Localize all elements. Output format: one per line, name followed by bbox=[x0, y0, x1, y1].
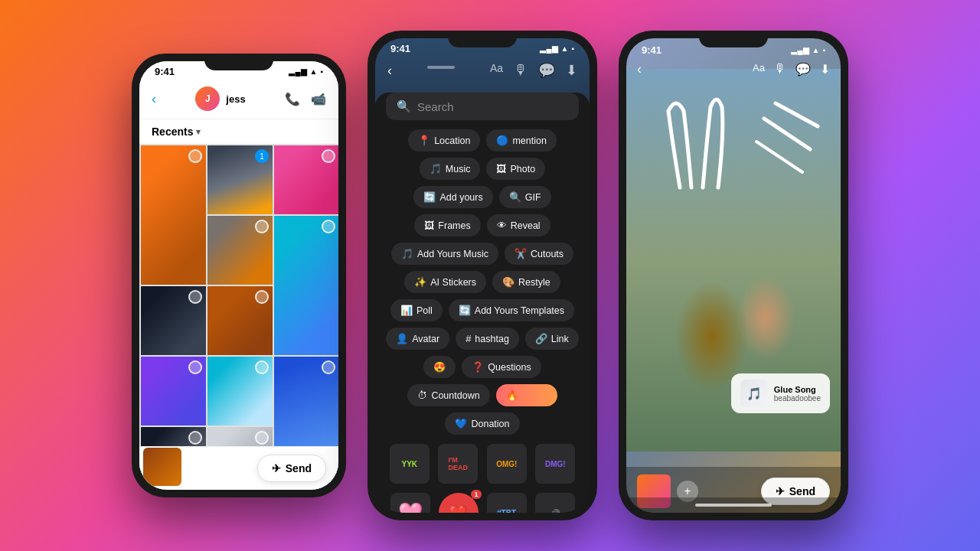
download-icon-3[interactable]: ⬇ bbox=[820, 62, 830, 77]
chip-avatar[interactable]: 👤 Avatar bbox=[386, 328, 449, 350]
chip-hashtag[interactable]: # hashtag bbox=[456, 328, 519, 350]
emoji-icon: 😍 bbox=[433, 361, 446, 373]
send-label-3: Send bbox=[789, 485, 815, 497]
effects-icon[interactable]: 💬 bbox=[538, 62, 555, 79]
send-button[interactable]: ✈ Send bbox=[257, 455, 326, 482]
chip-label: Countdown bbox=[431, 390, 479, 401]
gif-icon: 🔍 bbox=[509, 191, 521, 203]
wifi-icon-3: ▲ bbox=[812, 46, 820, 54]
chip-music[interactable]: 🎵 Music bbox=[420, 158, 481, 180]
chip-label: AI Stickers bbox=[430, 277, 476, 288]
hashtag-icon: # bbox=[466, 333, 471, 344]
select-checkbox[interactable] bbox=[322, 149, 335, 163]
phone-1: 9:41 ▂▄▆ ▲ ▪ ‹ J jess 📞 📹 Rece bbox=[132, 54, 346, 497]
select-checkbox[interactable] bbox=[188, 290, 202, 304]
chip-label: hashtag bbox=[475, 334, 508, 344]
song-info: Glue Song beabadoobee bbox=[774, 385, 821, 403]
story-edit-tools: Aa 🎙 💬 ⬇ bbox=[753, 62, 830, 77]
chip-addyours-templates[interactable]: 🔄 Add Yours Templates bbox=[449, 299, 574, 321]
sticker-omg[interactable]: OMG! bbox=[487, 444, 527, 484]
chip-emoji[interactable]: 😍 bbox=[423, 356, 456, 378]
effects-icon-3[interactable]: 💬 bbox=[795, 62, 811, 77]
select-checkbox[interactable] bbox=[188, 149, 202, 163]
back-icon-2[interactable]: ‹ bbox=[387, 63, 392, 79]
recents-bar[interactable]: Recents ▾ bbox=[139, 119, 338, 144]
chip-label: Frames bbox=[438, 220, 470, 231]
select-checkbox[interactable] bbox=[255, 360, 269, 374]
chip-label: Poll bbox=[416, 305, 433, 316]
gallery-item[interactable]: 1 bbox=[207, 145, 273, 214]
sticker-yyk[interactable]: YYK bbox=[390, 444, 430, 484]
chip-location[interactable]: 📍 Location bbox=[408, 129, 480, 152]
chip-label: Cutouts bbox=[531, 249, 564, 259]
chip-donation[interactable]: 💙 Donation bbox=[445, 412, 519, 435]
call-icons: 📞 📹 bbox=[285, 92, 326, 106]
text-tool-icon[interactable]: Aa bbox=[490, 62, 503, 79]
audio-icon-3[interactable]: 🎙 bbox=[774, 62, 786, 77]
drag-handle bbox=[427, 66, 455, 69]
gallery-item[interactable] bbox=[207, 216, 273, 285]
chip-addyours[interactable]: 🔄 Add yours bbox=[413, 186, 492, 208]
back-icon-3[interactable]: ‹ bbox=[637, 61, 642, 77]
phone-call-icon[interactable]: 📞 bbox=[285, 92, 300, 106]
chip-gif[interactable]: 🔍 GIF bbox=[499, 186, 551, 208]
select-checkbox[interactable] bbox=[322, 220, 335, 233]
chip-fire-slider[interactable]: 🔥 bbox=[496, 384, 557, 406]
user-info: J jess bbox=[195, 86, 245, 111]
text-tool-icon-3[interactable]: Aa bbox=[753, 62, 765, 77]
donation-icon: 💙 bbox=[455, 418, 467, 429]
status-icons-1: ▂▄▆ ▲ ▪ bbox=[289, 67, 323, 76]
select-checkbox[interactable] bbox=[255, 290, 269, 304]
gallery-item[interactable] bbox=[274, 145, 338, 214]
download-icon[interactable]: ⬇ bbox=[566, 62, 577, 79]
select-checkbox[interactable] bbox=[255, 431, 269, 445]
recents-chevron-icon[interactable]: ▾ bbox=[196, 127, 201, 137]
gallery-item[interactable] bbox=[274, 216, 338, 355]
gallery-item[interactable] bbox=[141, 286, 206, 355]
chip-photo[interactable]: 🖼 Photo bbox=[486, 158, 545, 180]
sticker-dmg[interactable]: DMG! bbox=[535, 444, 575, 484]
sticker-panel: 🔍 Search 📍 Location 🔵 mention 🎵 Music bbox=[375, 93, 590, 513]
audio-icon[interactable]: 🎙 bbox=[514, 62, 528, 79]
select-checkbox[interactable]: 1 bbox=[255, 149, 269, 163]
chip-reveal[interactable]: 👁 Reveal bbox=[487, 214, 550, 236]
plus-icon: + bbox=[684, 484, 691, 498]
chip-restyle[interactable]: 🎨 Restyle bbox=[492, 271, 560, 293]
select-checkbox[interactable] bbox=[188, 360, 202, 374]
sticker-soundon[interactable]: 🔊 bbox=[535, 493, 575, 513]
gallery-item[interactable] bbox=[141, 145, 206, 285]
chip-ai-stickers[interactable]: ✨ AI Stickers bbox=[404, 271, 486, 293]
drawing-overlay bbox=[626, 80, 841, 203]
chip-questions[interactable]: ❓ Questions bbox=[462, 356, 541, 378]
frames-icon: 🖼 bbox=[424, 220, 434, 231]
battery-icon: ▪ bbox=[320, 67, 323, 76]
gallery-item[interactable] bbox=[141, 357, 206, 425]
song-card[interactable]: 🎵 Glue Song beabadoobee bbox=[731, 373, 830, 413]
sticker-heart[interactable]: 🩷 bbox=[390, 493, 430, 513]
chip-countdown[interactable]: ⏱ Countdown bbox=[407, 384, 489, 406]
chip-addyours-music[interactable]: 🎵 Add Yours Music bbox=[391, 243, 498, 265]
gallery-item[interactable] bbox=[207, 286, 273, 355]
sticker-search[interactable]: 🔍 Search bbox=[386, 93, 579, 120]
sticker-tbt[interactable]: #TBT bbox=[487, 493, 527, 513]
chip-mention[interactable]: 🔵 mention bbox=[486, 129, 556, 152]
chip-cutouts[interactable]: ✂️ Cutouts bbox=[505, 243, 573, 265]
select-checkbox[interactable] bbox=[255, 220, 269, 233]
video-call-icon[interactable]: 📹 bbox=[311, 92, 326, 106]
photo-icon: 🖼 bbox=[496, 163, 506, 174]
select-checkbox[interactable] bbox=[188, 431, 202, 445]
recents-label: Recents bbox=[152, 126, 193, 138]
status-icons-2: ▂▄▆ ▲ ▪ bbox=[540, 44, 574, 53]
sticker-imdead[interactable]: I'MDEAD bbox=[438, 444, 478, 484]
back-button[interactable]: ‹ bbox=[152, 91, 156, 107]
location-icon: 📍 bbox=[418, 135, 430, 146]
chip-label: Restyle bbox=[518, 277, 550, 288]
cutouts-icon: ✂️ bbox=[514, 248, 527, 259]
select-checkbox[interactable] bbox=[322, 360, 335, 374]
addyours-icon: 🔄 bbox=[423, 191, 436, 203]
sticker-like[interactable]: ❤️ 1 bbox=[439, 493, 479, 513]
gallery-item[interactable] bbox=[207, 357, 273, 425]
chip-poll[interactable]: 📊 Poll bbox=[390, 299, 443, 321]
chip-frames[interactable]: 🖼 Frames bbox=[414, 214, 480, 236]
chip-link[interactable]: 🔗 Link bbox=[525, 328, 579, 350]
